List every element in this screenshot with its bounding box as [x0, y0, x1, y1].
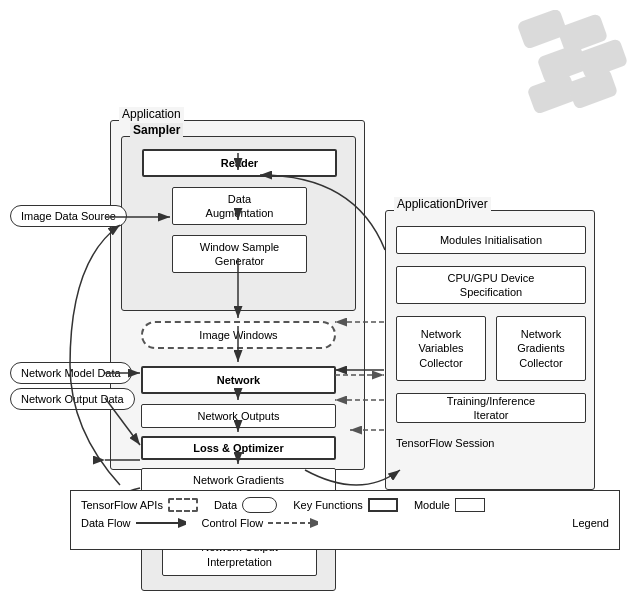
legend-data-label: Data: [214, 499, 237, 511]
window-sample-generator-label: Window SampleGenerator: [200, 240, 279, 269]
legend-box: TensorFlow APIs Data Key Functions Modul…: [70, 490, 620, 550]
network-gradients-collector-box: NetworkGradientsCollector: [496, 316, 586, 381]
image-data-source-label: Image Data Source: [10, 205, 127, 227]
image-data-source: Image Data Source: [10, 205, 127, 227]
legend-row-2: Data Flow Control Flow: [81, 516, 609, 530]
application-driver-box: ApplicationDriver Modules Initialisation…: [385, 210, 595, 490]
application-label: Application: [119, 107, 184, 121]
network-box: Network: [141, 366, 336, 394]
network-model-data: Network Model Data: [10, 362, 132, 384]
legend-control-flow-label: Control Flow: [202, 517, 264, 529]
legend-label: Legend: [572, 517, 609, 529]
tf-session-label: TensorFlow Session: [396, 437, 494, 449]
legend-tf-apis-label: TensorFlow APIs: [81, 499, 163, 511]
network-variables-collector-box: NetworkVariablesCollector: [396, 316, 486, 381]
reader-label: Reader: [221, 157, 258, 169]
network-gradients-collector-label: NetworkGradientsCollector: [517, 327, 565, 370]
logo-area: [430, 10, 630, 130]
legend-control-flow: Control Flow: [202, 516, 319, 530]
legend-key-functions: Key Functions: [293, 498, 398, 512]
network-outputs-box: Network Outputs: [141, 404, 336, 428]
diagram-container: Application Sampler Reader DataAugmentat…: [10, 10, 630, 550]
legend-dashed-rect-icon: [168, 498, 198, 512]
loss-optimizer-box: Loss & Optimizer: [141, 436, 336, 460]
application-driver-label: ApplicationDriver: [394, 197, 491, 211]
data-augmentation-label: DataAugmentation: [206, 192, 274, 221]
legend-data-flow-arrow: [136, 516, 186, 530]
network-output-data: Network Output Data: [10, 388, 135, 410]
modules-init-box: Modules Initialisation: [396, 226, 586, 254]
image-windows-label: Image Windows: [199, 329, 277, 341]
legend-row-1: TensorFlow APIs Data Key Functions Modul…: [81, 497, 609, 513]
training-inference-box: Training/InferenceIterator: [396, 393, 586, 423]
training-inference-label: Training/InferenceIterator: [447, 394, 535, 423]
legend-oval-icon: [242, 497, 277, 513]
network-gradients-box: Network Gradients: [141, 468, 336, 492]
network-model-data-label: Network Model Data: [10, 362, 132, 384]
legend-data: Data: [214, 497, 277, 513]
loss-optimizer-label: Loss & Optimizer: [193, 442, 283, 454]
legend-tf-apis: TensorFlow APIs: [81, 498, 198, 512]
sampler-box: Sampler Reader DataAugmentation Window S…: [121, 136, 356, 311]
legend-data-flow-label: Data Flow: [81, 517, 131, 529]
legend-module: Module: [414, 498, 485, 512]
application-box: Application Sampler Reader DataAugmentat…: [110, 120, 365, 470]
legend-control-flow-arrow: [268, 516, 318, 530]
network-gradients-label: Network Gradients: [193, 474, 284, 486]
network-output-data-label: Network Output Data: [10, 388, 135, 410]
legend-key-functions-rect: [368, 498, 398, 512]
cpu-gpu-box: CPU/GPU DeviceSpecification: [396, 266, 586, 304]
network-label: Network: [217, 374, 260, 386]
window-sample-generator-box: Window SampleGenerator: [172, 235, 307, 273]
data-augmentation-box: DataAugmentation: [172, 187, 307, 225]
image-windows-box: Image Windows: [141, 321, 336, 349]
reader-box: Reader: [142, 149, 337, 177]
cpu-gpu-label: CPU/GPU DeviceSpecification: [448, 271, 535, 300]
network-outputs-label: Network Outputs: [198, 410, 280, 422]
legend-data-flow: Data Flow: [81, 516, 186, 530]
modules-init-label: Modules Initialisation: [440, 234, 542, 246]
legend-module-label: Module: [414, 499, 450, 511]
network-variables-collector-label: NetworkVariablesCollector: [418, 327, 463, 370]
legend-module-rect: [455, 498, 485, 512]
sampler-label: Sampler: [130, 123, 183, 137]
legend-key-functions-label: Key Functions: [293, 499, 363, 511]
